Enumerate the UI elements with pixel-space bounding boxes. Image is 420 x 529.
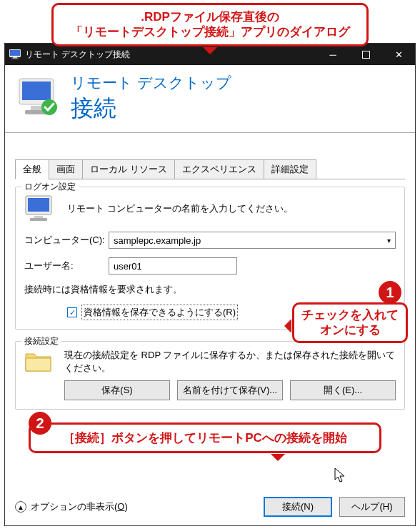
svg-rect-13 bbox=[30, 218, 47, 221]
username-field[interactable]: user01 bbox=[109, 257, 237, 275]
computer-icon bbox=[24, 194, 56, 223]
computer-label: コンピューター(C): bbox=[24, 234, 109, 247]
username-label: ユーザー名: bbox=[24, 259, 109, 272]
svg-rect-11 bbox=[28, 198, 49, 212]
connset-desc: 現在の接続設定を RDP ファイルに保存するか、または保存された接続を開いてくだ… bbox=[64, 349, 396, 375]
group-logon-legend: ログオン設定 bbox=[21, 181, 79, 193]
svg-rect-3 bbox=[11, 59, 19, 59]
chevron-down-icon: ▾ bbox=[387, 237, 391, 244]
chevron-up-icon[interactable]: ▲ bbox=[15, 501, 26, 513]
save-as-button[interactable]: 名前を付けて保存(V)... bbox=[177, 380, 283, 400]
svg-rect-6 bbox=[22, 81, 51, 100]
annotation-balloon-2: ［接続］ボタンを押してリモートPCへの接続を開始 bbox=[29, 422, 381, 453]
banner: リモート デスクトップ 接続 bbox=[5, 65, 415, 133]
cursor-icon bbox=[334, 468, 347, 485]
callout-top-text: .RDPファイル保存直後の 「リモートデスクトップ接続」アプリのダイアログ bbox=[71, 10, 350, 39]
username-value: user01 bbox=[114, 261, 142, 272]
group-connset-legend: 接続設定 bbox=[21, 335, 61, 347]
group-connection-settings: 接続設定 現在の接続設定を RDP ファイルに保存するか、または保存された接続を… bbox=[15, 341, 405, 410]
svg-rect-4 bbox=[362, 51, 369, 58]
tab-experience[interactable]: エクスペリエンス bbox=[174, 159, 264, 179]
minimize-button[interactable]: ─ bbox=[316, 44, 349, 65]
svg-rect-2 bbox=[13, 57, 17, 59]
maximize-button[interactable] bbox=[349, 44, 382, 65]
app-icon bbox=[9, 49, 21, 59]
svg-rect-12 bbox=[34, 216, 43, 218]
tab-advanced[interactable]: 詳細設定 bbox=[264, 159, 316, 179]
dialog-window: リモート デスクトップ接続 ─ ✕ リモート デスクトップ 接続 全般 画面 ロ… bbox=[4, 43, 416, 526]
annotation-balloon-2-text: ［接続］ボタンを押してリモートPCへの接続を開始 bbox=[63, 431, 347, 445]
cred-note: 接続時には資格情報を要求されます。 bbox=[24, 283, 182, 296]
banner-title1: リモート デスクトップ bbox=[71, 73, 231, 93]
banner-titles: リモート デスクトップ 接続 bbox=[71, 73, 231, 124]
bottom-bar: ▲ オプションの非表示(O) 接続(N) ヘルプ(H) bbox=[15, 497, 405, 517]
annotation-badge-2: 2 bbox=[29, 412, 51, 435]
rdp-banner-icon bbox=[15, 77, 61, 120]
tabs: 全般 画面 ローカル リソース エクスペリエンス 詳細設定 bbox=[15, 159, 405, 179]
checkbox-icon: ✓ bbox=[67, 307, 77, 317]
save-button[interactable]: 保存(S) bbox=[64, 380, 170, 400]
toggle-options[interactable]: オプションの非表示(O) bbox=[31, 500, 128, 513]
svg-rect-1 bbox=[10, 50, 20, 56]
svg-rect-7 bbox=[31, 106, 42, 110]
tab-display[interactable]: 画面 bbox=[49, 159, 83, 179]
folder-icon bbox=[24, 350, 53, 374]
help-button[interactable]: ヘルプ(H) bbox=[339, 497, 405, 517]
titlebar-text: リモート デスクトップ接続 bbox=[25, 49, 130, 61]
save-cred-label: 資格情報を保存できるようにする(R) bbox=[81, 305, 238, 320]
computer-value: samplepc.example.jp bbox=[114, 235, 201, 246]
tab-local-resources[interactable]: ローカル リソース bbox=[82, 159, 175, 179]
open-button[interactable]: 開く(E)... bbox=[290, 380, 396, 400]
annotation-balloon-1: チェックを入れて オンにする bbox=[292, 302, 408, 343]
callout-top: .RDPファイル保存直後の 「リモートデスクトップ接続」アプリのダイアログ bbox=[51, 3, 369, 46]
connect-button[interactable]: 接続(N) bbox=[264, 497, 332, 517]
computer-combo[interactable]: samplepc.example.jp ▾ bbox=[109, 232, 396, 249]
annotation-balloon-1-text: チェックを入れて オンにする bbox=[301, 308, 399, 337]
tab-general[interactable]: 全般 bbox=[15, 159, 49, 179]
annotation-badge-1: 1 bbox=[379, 281, 401, 304]
banner-title2: 接続 bbox=[71, 93, 231, 124]
logon-desc: リモート コンピューターの名前を入力してください。 bbox=[67, 202, 293, 215]
close-button[interactable]: ✕ bbox=[382, 44, 415, 65]
